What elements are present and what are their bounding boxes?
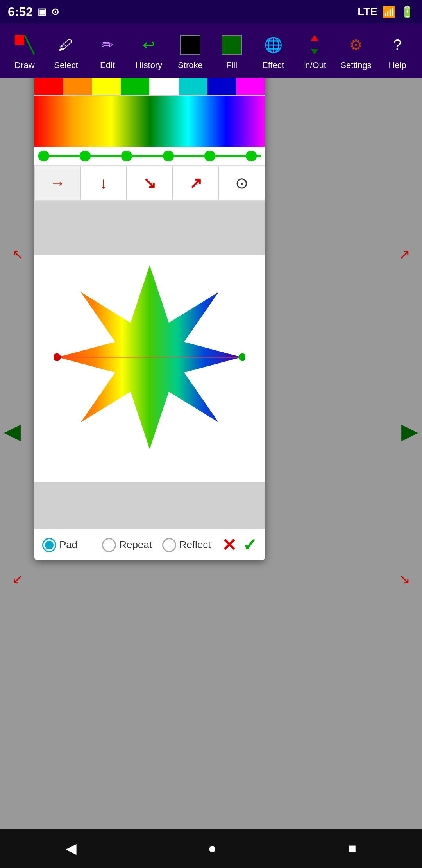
svg-line-1 — [25, 35, 34, 55]
edit-icon: ✏ — [94, 31, 121, 59]
reflect-option[interactable]: Reflect — [162, 538, 214, 552]
select-icon: 🖊 — [52, 31, 80, 59]
pad-radio-fill — [45, 541, 54, 549]
history-label: History — [136, 60, 162, 70]
gradient-handle-3[interactable] — [163, 151, 174, 161]
status-time: 6:52 — [8, 5, 33, 19]
bg-right-arrow: ▶ — [401, 418, 418, 444]
help-label: Help — [388, 60, 406, 70]
fill-icon — [218, 31, 245, 59]
status-bar: 6:52 ▣ ⊙ LTE 📶 🔋 — [0, 0, 422, 23]
dir-btn-diagonal-up[interactable]: ↗ — [173, 166, 219, 200]
dir-btn-down[interactable]: ↓ — [80, 166, 127, 200]
dir-right-icon: → — [50, 174, 65, 192]
corner-tr-arrow: ↗ — [399, 246, 410, 263]
help-icon: ? — [384, 31, 411, 59]
repeat-option[interactable]: Repeat — [102, 538, 154, 552]
select-label: Select — [54, 60, 78, 70]
toolbar-help[interactable]: ? Help — [380, 31, 415, 70]
effect-icon: 🌐 — [259, 31, 287, 59]
reflect-label: Reflect — [179, 539, 211, 551]
draw-label: Draw — [14, 60, 34, 70]
svg-point-9 — [238, 353, 245, 361]
corner-bl-arrow: ↙ — [12, 571, 23, 587]
toolbar-stroke[interactable]: Stroke — [173, 31, 208, 70]
lte-label: LTE — [358, 5, 377, 18]
gradient-handle-1[interactable] — [80, 151, 91, 161]
star-shape — [54, 257, 245, 480]
stroke-icon — [177, 31, 204, 59]
dir-diag-down-icon: ↘ — [143, 174, 156, 192]
dir-down-icon: ↓ — [100, 174, 107, 192]
svg-rect-2 — [181, 35, 200, 55]
inout-label: In/Out — [303, 60, 326, 70]
confirm-button[interactable]: ✓ — [243, 535, 257, 555]
svg-rect-3 — [222, 35, 241, 55]
toolbar-edit[interactable]: ✏ Edit — [90, 31, 125, 70]
toolbar-history[interactable]: ↩ History — [131, 31, 166, 70]
toolbar-select[interactable]: 🖊 Select — [48, 31, 84, 70]
toolbar-effect[interactable]: 🌐 Effect — [256, 31, 291, 70]
toolbar: Draw 🖊 Select ✏ Edit ↩ History Stroke Fi… — [0, 23, 422, 78]
battery-icon: 🔋 — [401, 5, 414, 18]
pad-radio[interactable] — [42, 538, 56, 552]
nav-back-button[interactable]: ◀ — [54, 836, 88, 861]
repeat-label: Repeat — [119, 539, 152, 551]
gradient-preview-bar[interactable] — [34, 96, 265, 147]
reflect-radio[interactable] — [162, 538, 176, 552]
edit-label: Edit — [100, 60, 115, 70]
direction-buttons-row: → ↓ ↘ ↗ ⊙ — [34, 165, 265, 201]
toolbar-inout[interactable]: In/Out — [297, 31, 332, 70]
gradient-dialog: → ↓ ↘ ↗ ⊙ — [34, 61, 265, 560]
dir-radial-icon: ⊙ — [235, 174, 249, 192]
gradient-handle-4[interactable] — [204, 151, 215, 161]
action-buttons: ✕ ✓ — [222, 535, 257, 555]
stroke-label: Stroke — [178, 60, 203, 70]
svg-marker-5 — [311, 49, 318, 55]
history-icon: ↩ — [135, 31, 163, 59]
cancel-button[interactable]: ✕ — [222, 535, 236, 555]
fill-label: Fill — [226, 60, 237, 70]
nav-bar: ◀ ● ■ — [0, 829, 422, 868]
inout-icon — [301, 31, 328, 59]
dir-btn-radial[interactable]: ⊙ — [219, 166, 265, 200]
status-right: LTE 📶 🔋 — [358, 5, 414, 18]
pad-option[interactable]: Pad — [42, 538, 94, 552]
spread-options-row: Pad Repeat Reflect ✕ ✓ — [34, 529, 265, 560]
gradient-handle-5[interactable] — [246, 151, 257, 161]
nav-recent-button[interactable]: ■ — [336, 836, 368, 861]
preview-area — [34, 201, 265, 529]
corner-br-arrow: ↘ — [399, 571, 410, 587]
notification-icon: ⊙ — [51, 6, 59, 17]
settings-label: Settings — [340, 60, 372, 70]
svg-marker-4 — [311, 35, 318, 41]
toolbar-draw[interactable]: Draw — [7, 31, 42, 70]
svg-rect-0 — [15, 35, 24, 45]
pad-label: Pad — [59, 539, 77, 551]
gradient-handle-2[interactable] — [121, 151, 132, 161]
status-left: 6:52 ▣ ⊙ — [8, 5, 59, 19]
preview-canvas — [34, 255, 265, 482]
toolbar-fill[interactable]: Fill — [214, 31, 249, 70]
effect-label: Effect — [262, 60, 284, 70]
dir-btn-right[interactable]: → — [34, 166, 80, 200]
repeat-radio[interactable] — [102, 538, 116, 552]
dir-btn-diagonal-down[interactable]: ↘ — [127, 166, 173, 200]
bg-left-arrow: ◀ — [4, 418, 21, 444]
gradient-track — [38, 155, 261, 157]
gradient-control-line[interactable] — [34, 147, 265, 165]
preview-top-padding — [34, 201, 265, 255]
gradient-handle-0[interactable] — [38, 151, 49, 161]
dir-diag-up-icon: ↗ — [189, 174, 202, 192]
draw-icon — [11, 31, 38, 59]
settings-icon: ⚙ — [342, 31, 370, 59]
nav-home-button[interactable]: ● — [196, 836, 228, 861]
toolbar-settings[interactable]: ⚙ Settings — [338, 31, 374, 70]
corner-tl-arrow: ↖ — [12, 246, 23, 263]
signal-icon: 📶 — [382, 5, 396, 18]
sim-icon: ▣ — [38, 6, 46, 17]
svg-point-8 — [54, 353, 61, 361]
preview-bottom-padding — [34, 482, 265, 529]
